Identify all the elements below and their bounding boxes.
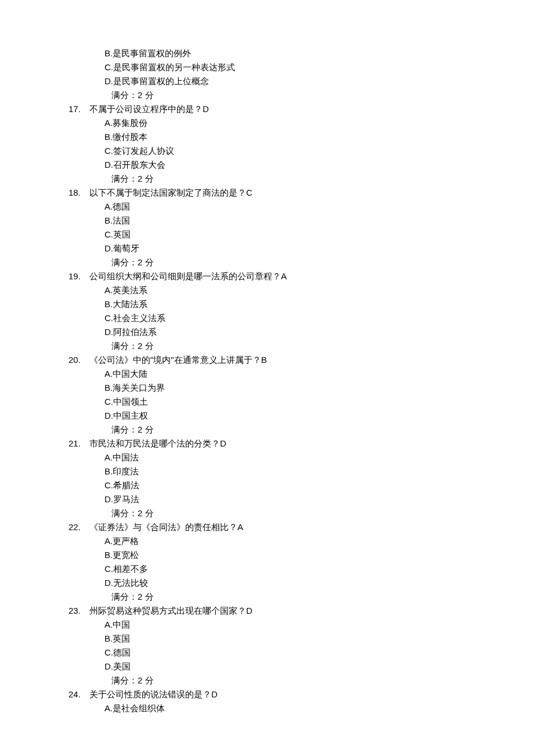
option-text: 大陆法系	[113, 299, 147, 309]
option-text: 中国	[113, 620, 130, 629]
option-letter: D.	[104, 325, 113, 339]
option-row: B. 英国	[104, 632, 476, 646]
option-letter: B.	[104, 632, 113, 646]
question-text: 公司组织大纲和公司细则是哪一法系的公司章程？A	[89, 269, 476, 283]
score-line: 满分：2 分	[111, 590, 476, 604]
option-text: 德国	[113, 201, 130, 211]
option-row: D. 中国主权	[104, 409, 476, 423]
option-letter: A.	[104, 283, 113, 297]
option-row: B. 缴付股本	[104, 130, 476, 144]
option-row: B. 是民事留置权的例外	[104, 46, 476, 60]
option-text: 签订发起人协议	[113, 146, 174, 156]
option-row: C. 德国	[104, 646, 476, 660]
option-text: 缴付股本	[113, 132, 147, 142]
option-letter: A.	[104, 116, 113, 130]
option-letter: C.	[104, 646, 113, 660]
option-row: C. 希腊法	[104, 478, 476, 492]
option-text: 阿拉伯法系	[113, 327, 157, 337]
question-row: 24.关于公司性质的说法错误的是？D	[68, 687, 476, 701]
option-text: 无法比较	[113, 578, 148, 588]
option-text: 英国	[113, 229, 131, 239]
option-text: 印度法	[113, 466, 139, 476]
option-letter: D.	[104, 576, 113, 590]
option-letter: D.	[104, 242, 113, 255]
option-row: A. 中国大陆	[104, 367, 476, 381]
question-row: 21.市民法和万民法是哪个法的分类？D	[68, 437, 476, 451]
question-number: 18.	[68, 186, 89, 200]
question-number: 22.	[68, 520, 89, 534]
option-text: 是民事留置权的上位概念	[113, 76, 209, 86]
option-letter: D.	[104, 74, 113, 88]
option-text: 美国	[113, 661, 131, 671]
option-row: A. 英美法系	[104, 283, 476, 297]
option-letter: B.	[104, 46, 113, 60]
question-text: 《公司法》中的"境内"在通常意义上讲属于？B	[89, 353, 476, 367]
option-row: C. 相差不多	[104, 562, 476, 576]
option-row: D. 美国	[104, 660, 476, 674]
score-line: 满分：2 分	[111, 339, 476, 353]
option-letter: C.	[104, 562, 113, 576]
option-letter: B.	[104, 381, 113, 395]
option-text: 中国主权	[113, 411, 148, 420]
question-number: 17.	[68, 102, 89, 116]
option-text: 罗马法	[113, 494, 139, 504]
option-letter: A.	[104, 451, 113, 465]
option-text: 更宽松	[113, 550, 139, 560]
option-letter: B.	[104, 214, 113, 228]
question-number: 24.	[68, 687, 89, 701]
option-text: 是民事留置权的另一种表达形式	[113, 62, 235, 72]
score-line: 满分：2 分	[111, 674, 476, 687]
option-letter: A.	[104, 618, 113, 632]
option-text: 海关关口为界	[113, 383, 165, 393]
option-text: 法国	[113, 215, 130, 225]
option-row: A. 更严格	[104, 534, 476, 548]
option-letter: C.	[104, 144, 113, 158]
question-row: 19.公司组织大纲和公司细则是哪一法系的公司章程？A	[68, 269, 476, 283]
option-letter: A.	[104, 701, 113, 715]
option-text: 葡萄牙	[113, 243, 139, 253]
score-line: 满分：2 分	[111, 172, 476, 186]
question-row: 23.州际贸易这种贸易方式出现在哪个国家？D	[68, 604, 476, 618]
option-text: 英国	[113, 633, 130, 643]
option-row: D. 无法比较	[104, 576, 476, 590]
question-number: 20.	[68, 353, 89, 367]
option-text: 更严格	[113, 536, 139, 546]
option-letter: A.	[104, 200, 113, 214]
option-text: 希腊法	[113, 480, 139, 490]
question-row: 18.以下不属于制定法国家制定了商法的是？C	[68, 186, 476, 200]
option-letter: A.	[104, 367, 113, 381]
option-row: C. 签订发起人协议	[104, 144, 476, 158]
option-letter: C.	[104, 395, 113, 409]
option-row: D. 罗马法	[104, 492, 476, 506]
question-text: 州际贸易这种贸易方式出现在哪个国家？D	[89, 604, 476, 618]
option-letter: D.	[104, 492, 113, 506]
option-letter: C.	[104, 478, 113, 492]
document-content: B. 是民事留置权的例外C. 是民事留置权的另一种表达形式D. 是民事留置权的上…	[58, 46, 476, 715]
question-row: 22.《证券法》与《合同法》的责任相比？A	[68, 520, 476, 534]
question-text: 市民法和万民法是哪个法的分类？D	[89, 437, 476, 451]
option-row: A. 是社会组织体	[104, 701, 476, 715]
option-row: C. 中国领土	[104, 395, 476, 409]
option-row: B. 法国	[104, 214, 476, 228]
option-row: D. 是民事留置权的上位概念	[104, 74, 476, 88]
option-letter: C.	[104, 228, 113, 242]
option-letter: A.	[104, 534, 113, 548]
option-text: 募集股份	[113, 118, 147, 128]
option-letter: C.	[104, 60, 113, 74]
option-row: C. 英国	[104, 228, 476, 242]
option-letter: B.	[104, 548, 113, 562]
question-number: 23.	[68, 604, 89, 618]
option-row: B. 海关关口为界	[104, 381, 476, 395]
question-text: 《证券法》与《合同法》的责任相比？A	[89, 520, 476, 534]
score-line: 满分：2 分	[111, 506, 476, 520]
option-letter: B.	[104, 297, 113, 311]
option-row: B. 更宽松	[104, 548, 476, 562]
option-letter: B.	[104, 465, 113, 478]
option-row: A. 德国	[104, 200, 476, 214]
question-text: 不属于公司设立程序中的是？D	[89, 102, 476, 116]
option-row: A. 中国	[104, 618, 476, 632]
option-text: 社会主义法系	[113, 313, 165, 323]
question-text: 关于公司性质的说法错误的是？D	[89, 687, 476, 701]
option-text: 中国法	[113, 452, 139, 462]
option-row: B. 印度法	[104, 465, 476, 478]
